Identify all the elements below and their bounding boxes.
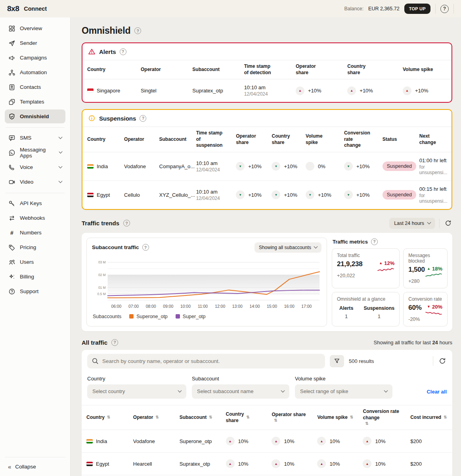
sidebar-item-label: Billing	[20, 274, 34, 280]
volume-spike-filter-label: Volume spike	[295, 376, 392, 382]
help-icon[interactable]: ?	[440, 5, 449, 13]
sidebar-item-label: SMS	[20, 135, 31, 141]
egypt-flag-icon	[87, 193, 94, 197]
sidebar-item-label: Omnishield	[20, 113, 49, 119]
neutral-dot-icon	[306, 162, 314, 171]
series-swatch	[176, 314, 180, 319]
refresh-button[interactable]	[444, 219, 452, 228]
country-share: ▼+10%	[272, 162, 296, 171]
search-box	[87, 354, 325, 369]
subaccounts-dropdown[interactable]: Showing all subaccounts	[254, 242, 321, 253]
sidebar-item-overview[interactable]: Overview	[5, 21, 65, 35]
collapse-label: Collapse	[15, 464, 36, 470]
sidebar-item-messaging-apps[interactable]: Messaging Apps	[5, 146, 65, 159]
campaigns-icon	[8, 54, 15, 61]
help-icon[interactable]: ?	[134, 27, 141, 34]
arrow-up-icon: ▲	[427, 267, 430, 271]
sortable-column-header[interactable]: Conversion rate change⇅	[358, 405, 406, 430]
next-change-sub: for unsuspensi...	[419, 193, 447, 204]
top-bar: 8x8 Connect Balance: EUR 2,365.72 TOP UP…	[0, 0, 461, 17]
sort-icon: ⇅	[155, 415, 159, 419]
sidebar-item-billing[interactable]: Billing	[5, 270, 65, 284]
operator-share: ▲+10%	[296, 86, 338, 95]
help-icon[interactable]: ?	[123, 220, 130, 226]
subaccount: Supratex_otp	[187, 79, 239, 102]
sidebar-item-label: Users	[20, 259, 34, 265]
subaccount-filter-select[interactable]: Select subaccount name	[192, 384, 289, 399]
timestamp: 10:10 am	[196, 160, 227, 166]
filter-button[interactable]	[330, 355, 344, 367]
status-badge: Suspended	[383, 190, 416, 200]
product-name: Connect	[24, 6, 47, 12]
sidebar-item-numbers[interactable]: # Numbers	[5, 226, 65, 240]
help-icon[interactable]: ?	[111, 339, 118, 346]
timestamp: 10:10 am	[196, 189, 227, 195]
sidebar-item-api-keys[interactable]: API Keys	[5, 196, 65, 210]
refresh-button[interactable]	[438, 357, 447, 365]
sidebar-item-label: Voice	[20, 164, 33, 170]
sortable-column-header[interactable]: Country share⇅	[221, 405, 267, 430]
next-change: 00:15 hr left	[419, 186, 447, 192]
help-icon[interactable]: ?	[120, 48, 126, 55]
alerts-count-label: Alerts	[339, 305, 353, 311]
sidebar-item-support[interactable]: Support	[5, 284, 65, 298]
sidebar-item-sms[interactable]: SMS	[5, 131, 65, 145]
sidebar-item-users[interactable]: Users	[5, 255, 65, 269]
column-header: Country	[87, 136, 105, 143]
sidebar-item-pricing[interactable]: Pricing	[5, 240, 65, 254]
help-icon[interactable]: ?	[371, 238, 378, 245]
clear-all-button[interactable]: Clear all	[427, 389, 447, 399]
total-traffic-delta: +20,022	[337, 273, 394, 278]
sortable-column-header[interactable]: Country⇅	[82, 405, 128, 430]
sidebar-item-voice[interactable]: Voice	[5, 160, 65, 174]
chevron-down-icon	[59, 135, 63, 139]
top-up-button[interactable]: TOP UP	[404, 4, 430, 14]
column-header: Operator	[124, 136, 144, 143]
column-header: Subaccount	[159, 136, 187, 143]
sortable-column-header[interactable]: Operator⇅	[128, 405, 175, 430]
sparkline-icon	[425, 273, 442, 277]
help-icon[interactable]: ?	[140, 115, 146, 122]
arrow-down-icon: ▼	[236, 162, 245, 171]
search-input[interactable]	[87, 354, 325, 369]
search-icon	[92, 357, 99, 365]
column-header: Time stamp of detection	[244, 63, 271, 76]
svg-text:02 M: 02 M	[98, 273, 106, 277]
sparkle-icon	[8, 273, 15, 280]
arrow-up-icon: ▲	[226, 437, 235, 445]
sortable-column-header[interactable]: Operator share⇅	[267, 405, 312, 430]
sidebar-item-label: Webhooks	[20, 215, 45, 221]
legend-title: Subaccounts	[93, 314, 121, 319]
country-filter-select[interactable]: Select country	[87, 384, 186, 399]
help-icon[interactable]: ?	[142, 244, 149, 251]
sidebar-item-automation[interactable]: Automation	[5, 65, 65, 79]
sidebar-item-webhooks[interactable]: Webhooks	[5, 211, 65, 225]
sidebar-item-video[interactable]: Video	[5, 175, 65, 189]
svg-text:14:00: 14:00	[249, 304, 260, 309]
legend-item[interactable]: Super_otp	[176, 314, 206, 319]
legend-item[interactable]: Superone_otp	[129, 314, 168, 319]
alerts-count: 1	[339, 313, 353, 319]
balance-value: EUR 2,365.72	[368, 6, 400, 12]
country-share: ▲10%	[226, 459, 262, 468]
collapse-sidebar-button[interactable]: « Collapse	[5, 457, 65, 476]
time-range-dropdown[interactable]: Last 24 hours	[389, 218, 435, 229]
sidebar-item-label: Automation	[20, 69, 47, 75]
sortable-column-header[interactable]: Cost incurred⇅	[406, 405, 452, 430]
sortable-column-header[interactable]: Volume spike⇅	[312, 405, 358, 430]
traffic-line-chart: 03 M02 M01 M0.5 M06:0007:0008:0009:0010:…	[92, 255, 321, 313]
volume-spike-filter-select[interactable]: Select range of spike	[295, 384, 392, 399]
sender-icon	[8, 40, 15, 47]
sidebar-item-templates[interactable]: Templates	[5, 95, 65, 109]
automation-icon	[8, 69, 15, 76]
sidebar-item-omnishield[interactable]: Omnishield	[5, 109, 65, 123]
arrow-down-icon: ▼	[344, 162, 353, 171]
balance-label: Balance:	[344, 6, 363, 12]
sidebar-item-label: Video	[20, 179, 33, 185]
arrow-down-icon: ▼	[427, 305, 430, 309]
sidebar-item-sender[interactable]: Sender	[5, 36, 65, 50]
sortable-column-header[interactable]: Subaccount⇅	[175, 405, 221, 430]
sidebar-item-campaigns[interactable]: Campaigns	[5, 51, 65, 65]
sidebar-item-contacts[interactable]: Contacts	[5, 80, 65, 94]
svg-text:15:00: 15:00	[267, 304, 277, 309]
